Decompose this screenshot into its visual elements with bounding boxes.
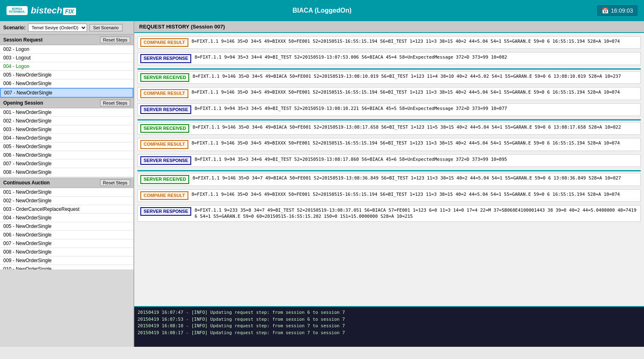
opening-session-list: 001 - NewOrderSingle002 - NewOrderSingle… xyxy=(0,108,133,177)
message-row: SERVER RECEIVED8=FIXT.1.1 9=146 35=D 34=… xyxy=(138,72,640,83)
message-row: SERVER RECEIVED8=FIXT.1.1 9=146 35=D 34=… xyxy=(138,123,640,134)
scenario-label: Scenario: xyxy=(3,25,26,31)
message-block: COMPARE RESULT8=FIXT.1.1 9=146 35=D 34=5… xyxy=(138,87,641,100)
list-item[interactable]: 008 - NewOrderSingle xyxy=(0,168,133,177)
request-history-title: REQUEST HISTORY (Session 007) xyxy=(134,21,644,33)
list-item[interactable]: 002 - Logon xyxy=(0,45,133,54)
message-row: COMPARE RESULT8=FIXT.1.1 9=146 35=D 34=5… xyxy=(138,190,640,201)
opening-session-title: Opening Session xyxy=(3,100,43,106)
message-badge: SERVER RESPONSE xyxy=(140,105,191,114)
message-separator xyxy=(138,119,641,120)
continuous-auction-list: 001 - NewOrderSingle002 - NewOrderSingle… xyxy=(0,188,133,269)
message-text: 8=FIXT.1.1 9=146 35=D 34=5 49=BIXXX 50=F… xyxy=(192,38,638,44)
list-item[interactable]: 002 - NewOrderSingle xyxy=(0,197,133,205)
bistech-label: bistechFIX xyxy=(31,5,76,16)
message-row: COMPARE RESULT8=FIXT.1.1 9=146 35=D 34=5… xyxy=(138,138,640,150)
message-block: SERVER RESPONSE8=FIXT.1.1 9=94 35=3 34=5… xyxy=(138,103,641,116)
session-request-list: 002 - Logon003 - Logout004 - Logon005 - … xyxy=(0,45,133,98)
message-separator xyxy=(138,68,641,70)
header: BORSA İSTANBUL bistechFIX BIACA (LoggedO… xyxy=(0,0,644,21)
opening-session-header: Opening Session Reset Steps xyxy=(0,98,133,108)
list-item[interactable]: 002 - NewOrderSingle xyxy=(0,117,133,125)
log-line: 20150419 16:07:53 - [INFO] Updating requ… xyxy=(138,316,641,323)
message-text: 8=FIXT.1.1 9=146 35=D 34=5 49=BIXXX 50=F… xyxy=(192,140,638,146)
message-block: COMPARE RESULT8=FIXT.1.1 9=146 35=D 34=5… xyxy=(138,189,641,202)
main-layout: Scenario: Temel Seviye (OrderID) Set Sce… xyxy=(0,21,644,347)
log-line: 20150419 16:08:10 - [INFO] Updating requ… xyxy=(138,323,641,330)
fix-badge: FIX xyxy=(63,8,76,15)
message-badge: COMPARE RESULT xyxy=(140,140,188,149)
log-area: 20150419 16:07:47 - [INFO] Updating requ… xyxy=(134,306,644,347)
continuous-auction-title: Continuous Auction xyxy=(3,180,50,186)
list-item[interactable]: 006 - NewOrderSingle xyxy=(0,79,133,88)
clock-display: 📅 16:09:03 xyxy=(597,5,638,16)
message-separator xyxy=(138,170,641,171)
message-text: 8=FIXT.1.1 9=146 35=D 34=6 49=BIACA 50=F… xyxy=(192,124,638,130)
message-block: COMPARE RESULT8=FIXT.1.1 9=146 35=D 34=5… xyxy=(138,36,641,49)
list-item[interactable]: 004 - NewOrderSingle xyxy=(0,214,133,222)
list-item[interactable]: 001 - NewOrderSingle xyxy=(0,188,133,197)
message-row: COMPARE RESULT8=FIXT.1.1 9=146 35=D 34=5… xyxy=(138,88,640,99)
message-block: COMPARE RESULT8=FIXT.1.1 9=146 35=D 34=5… xyxy=(138,138,641,151)
message-badge: SERVER RECEIVED xyxy=(140,124,189,133)
list-item[interactable]: 003 - Logout xyxy=(0,54,133,62)
messages-area[interactable]: COMPARE RESULT8=FIXT.1.1 9=146 35=D 34=5… xyxy=(134,33,644,306)
message-badge: SERVER RESPONSE xyxy=(140,156,191,165)
message-badge: SERVER RESPONSE xyxy=(140,207,191,216)
continuous-auction-header: Continuous Auction Reset Steps xyxy=(0,177,133,188)
message-row: SERVER RESPONSE8=FIXT.1.1 9=94 35=3 34=4… xyxy=(138,53,640,64)
message-row: COMPARE RESULT8=FIXT.1.1 9=146 35=D 34=5… xyxy=(138,37,640,48)
message-row: SERVER RESPONSE8=FIXT.1.1 9=233 35=8 34=… xyxy=(138,206,640,221)
list-item[interactable]: 005 - NewOrderSingle xyxy=(0,142,133,151)
list-item[interactable]: 001 - NewOrderSingle xyxy=(0,108,133,117)
message-block: SERVER RESPONSE8=FIXT.1.1 9=233 35=8 34=… xyxy=(138,205,641,222)
set-scenario-button[interactable]: Set Scenario xyxy=(90,24,122,31)
message-block: SERVER RESPONSE8=FIXT.1.1 9=94 35=3 34=4… xyxy=(138,52,641,65)
scenario-select[interactable]: Temel Seviye (OrderID) xyxy=(28,24,87,32)
message-text: 8=FIXT.1.1 9=146 35=D 34=5 49=BIXXX 50=F… xyxy=(192,191,638,197)
app-title: BIACA (LoggedOn) xyxy=(293,7,351,14)
list-item[interactable]: 005 - NewOrderSingle xyxy=(0,222,133,231)
log-line: 20150419 16:07:47 - [INFO] Updating requ… xyxy=(138,309,641,316)
list-item[interactable]: 006 - NewOrderSingle xyxy=(0,231,133,239)
time-value: 16:09:03 xyxy=(611,7,633,14)
message-badge: COMPARE RESULT xyxy=(140,191,188,200)
message-text: 8=FIXT.1.1 9=94 35=3 34=4 49=BI_TEST 52=… xyxy=(194,54,638,60)
list-item[interactable]: 003 - NewOrderSingle xyxy=(0,125,133,134)
list-item[interactable]: 007 - NewOrderSingle xyxy=(0,160,133,168)
log-line: 20150419 16:08:17 - [INFO] Updating requ… xyxy=(138,330,641,337)
message-text: 8=FIXT.1.1 9=146 35=D 34=5 49=BIACA 50=F… xyxy=(192,73,638,79)
message-badge: COMPARE RESULT xyxy=(140,38,188,47)
right-panel: REQUEST HISTORY (Session 007) COMPARE RE… xyxy=(134,21,644,347)
borsa-bottom-text: İSTANBUL xyxy=(9,10,25,14)
list-item[interactable]: 004 - Logon xyxy=(0,62,133,71)
session-request-header: Session Request Reset Steps xyxy=(0,35,133,45)
list-item[interactable]: 003 - OrderCancelReplaceRequest xyxy=(0,205,133,214)
message-badge: COMPARE RESULT xyxy=(140,89,188,98)
message-block: SERVER RECEIVED8=FIXT.1.1 9=146 35=D 34=… xyxy=(138,122,641,135)
message-block: SERVER RESPONSE8=FIXT.1.1 9=94 35=3 34=6… xyxy=(138,154,641,167)
list-item[interactable]: 007 - NewOrderSingle xyxy=(0,88,133,98)
message-text: 8=FIXT.1.1 9=94 35=3 34=6 49=BI_TEST 52=… xyxy=(194,156,638,162)
opening-session-reset-button[interactable]: Reset Steps xyxy=(100,100,130,106)
message-row: SERVER RECEIVED8=FIXT.1.1 9=146 35=D 34=… xyxy=(138,173,640,185)
list-item[interactable]: 007 - NewOrderSingle xyxy=(0,239,133,248)
list-item[interactable]: 009 - NewOrderSingle xyxy=(0,256,133,265)
message-text: 8=FIXT.1.1 9=146 35=D 34=5 49=BIXXX 50=F… xyxy=(192,89,638,95)
left-sections: Session Request Reset Steps 002 - Logon0… xyxy=(0,35,133,347)
message-badge: SERVER RESPONSE xyxy=(140,54,191,63)
list-item[interactable]: 004 - NewOrderSingle xyxy=(0,134,133,142)
message-badge: SERVER RECEIVED xyxy=(140,175,189,184)
list-item[interactable]: 005 - NewOrderSingle xyxy=(0,71,133,79)
message-badge: SERVER RECEIVED xyxy=(140,73,189,82)
message-text: 8=FIXT.1.1 9=94 35=3 34=5 49=BI_TEST 52=… xyxy=(194,105,638,112)
message-text: 8=FIXT.1.1 9=146 35=D 34=7 49=BIACA 50=F… xyxy=(192,175,638,181)
message-text: 8=FIXT.1.1 9=233 35=8 34=7 49=BI_TEST 52… xyxy=(194,207,638,220)
list-item[interactable]: 006 - NewOrderSingle xyxy=(0,151,133,160)
list-item[interactable]: 008 - NewOrderSingle xyxy=(0,248,133,256)
session-request-reset-button[interactable]: Reset Steps xyxy=(100,37,130,43)
list-item[interactable]: 010 - NewOrderSingle xyxy=(0,265,133,269)
continuous-auction-reset-button[interactable]: Reset Steps xyxy=(100,180,130,186)
message-block: SERVER RECEIVED8=FIXT.1.1 9=146 35=D 34=… xyxy=(138,71,641,84)
borsa-istanbul-logo: BORSA İSTANBUL xyxy=(7,6,28,15)
